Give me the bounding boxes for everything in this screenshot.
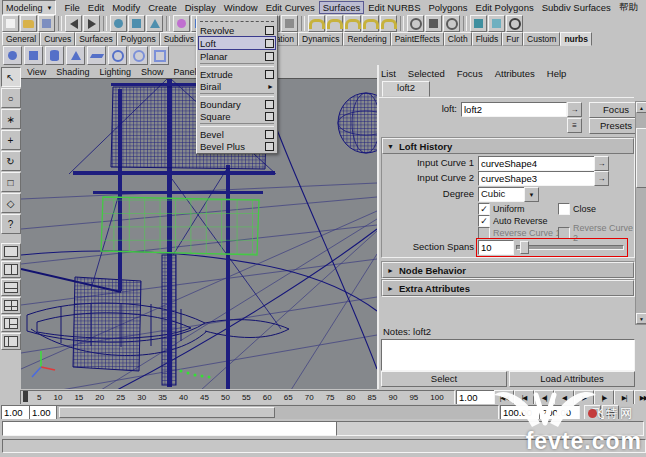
scroll-up-icon[interactable]	[636, 102, 646, 113]
menu-file[interactable]: File	[60, 2, 83, 13]
shelf-tab-curves[interactable]: Curves	[40, 32, 75, 46]
input-connections-icon[interactable]	[407, 15, 424, 32]
snap-view-icon[interactable]	[362, 15, 379, 32]
shelf-tab-cloth[interactable]: Cloth	[444, 32, 472, 46]
menu-subdiv-surfaces[interactable]: Subdiv Surfaces	[538, 2, 615, 13]
nurbs-cone-icon[interactable]	[66, 46, 85, 65]
option-box-icon[interactable]	[265, 112, 274, 121]
menu-edit-nurbs[interactable]: Edit NURBS	[364, 2, 424, 13]
input-curve-1-field[interactable]	[478, 156, 596, 171]
menu-item-revolve[interactable]: Revolve	[198, 24, 276, 36]
option-box-icon[interactable]	[265, 70, 274, 79]
scrollbar-thumb[interactable]	[636, 128, 646, 188]
select-component-icon[interactable]	[146, 15, 163, 32]
node-list-icon[interactable]	[567, 118, 582, 133]
menu-polygons[interactable]: Polygons	[425, 2, 472, 13]
show-manipulator-tool[interactable]: ?	[1, 214, 21, 234]
ipr-render-icon[interactable]	[488, 15, 505, 32]
ae-menu-focus[interactable]: Focus	[457, 68, 483, 79]
input-curve-2-field[interactable]	[478, 171, 596, 186]
select-object-icon[interactable]	[128, 15, 145, 32]
nurbs-plane-icon[interactable]	[87, 46, 106, 65]
shelf-tab-fluids[interactable]: Fluids	[472, 32, 503, 46]
snap-surface-icon[interactable]	[380, 15, 397, 32]
menu-item-extrude[interactable]: Extrude	[198, 68, 276, 80]
ae-menu-selected[interactable]: Selected	[408, 68, 445, 79]
mask-misc-icon[interactable]	[281, 15, 298, 32]
shelf-tab-subdivs[interactable]: Subdivs	[160, 32, 198, 46]
ae-menu-help[interactable]: Help	[547, 68, 567, 79]
menu-item-loft[interactable]: Loft	[198, 36, 276, 50]
menu-modify[interactable]: Modify	[108, 2, 144, 13]
layout-outliner-persp-button[interactable]	[1, 333, 21, 350]
shelf-tab-rendering[interactable]: Rendering	[343, 32, 390, 46]
option-box-icon[interactable]	[265, 142, 274, 151]
construction-history-icon[interactable]	[425, 15, 442, 32]
menu-display[interactable]: Display	[181, 2, 220, 13]
select-hierarchy-icon[interactable]	[110, 15, 127, 32]
range-slider-track[interactable]	[56, 405, 499, 420]
layout-four-button[interactable]	[1, 297, 21, 314]
menu-item-planar[interactable]: Planar	[198, 50, 276, 62]
loft-node-name-field[interactable]	[461, 102, 567, 117]
shelf-tab-painteffects[interactable]: PaintEffects	[391, 32, 444, 46]
viewport-menu-shading[interactable]: Shading	[56, 67, 89, 77]
shelf-tab-surfaces[interactable]: Surfaces	[75, 32, 117, 46]
menu-help[interactable]: 帮助	[615, 1, 642, 14]
menu-item-birail[interactable]: Birail	[198, 80, 276, 92]
nurbs-cube-icon[interactable]	[24, 46, 43, 65]
time-slider-strip[interactable]: 5101520253035404550556065707580859095100	[20, 390, 455, 405]
notes-textarea[interactable]	[381, 339, 635, 371]
option-box-icon[interactable]	[265, 39, 274, 48]
degree-dropdown-arrow-icon[interactable]	[524, 187, 539, 202]
layout-three-left-button[interactable]	[1, 315, 21, 332]
scale-tool[interactable]: □	[1, 172, 21, 192]
shelf-tab-nurbs[interactable]: nurbs	[560, 32, 592, 46]
auto-reverse-checkbox[interactable]	[478, 215, 490, 227]
move-tool[interactable]: +	[1, 130, 21, 150]
nurbs-cylinder-icon[interactable]	[45, 46, 64, 65]
menu-item-boundary[interactable]: Boundary	[198, 98, 276, 110]
menu-item-bevel[interactable]: Bevel	[198, 128, 276, 140]
mask-points-icon[interactable]	[173, 15, 190, 32]
redo-icon[interactable]	[83, 15, 100, 32]
nurbs-sphere-icon[interactable]	[3, 46, 22, 65]
layout-two-horizontal-button[interactable]	[1, 279, 21, 296]
new-scene-icon[interactable]	[2, 15, 19, 32]
undo-icon[interactable]	[65, 15, 82, 32]
option-box-icon[interactable]	[265, 100, 274, 109]
range-slider-bar[interactable]	[59, 407, 275, 418]
universal-manipulator-tool[interactable]: ◇	[1, 193, 21, 213]
snap-grid-icon[interactable]	[308, 15, 325, 32]
menu-set-selector[interactable]: Modeling	[2, 0, 56, 15]
menu-edit[interactable]: Edit	[84, 2, 108, 13]
nurbs-circle-icon[interactable]	[129, 46, 148, 65]
option-box-icon[interactable]	[265, 26, 274, 35]
open-scene-icon[interactable]	[20, 15, 37, 32]
ae-menu-list[interactable]: List	[381, 68, 396, 79]
load-selected-icon[interactable]	[567, 102, 582, 117]
render-globals-icon[interactable]	[506, 15, 523, 32]
loft-history-header[interactable]: Loft History	[382, 138, 634, 154]
uniform-checkbox[interactable]	[478, 203, 490, 215]
viewport-menu-show[interactable]: Show	[141, 67, 164, 77]
scroll-down-icon[interactable]	[636, 313, 646, 324]
select-tool[interactable]: ↖	[1, 67, 21, 87]
menu-item-square[interactable]: Square	[198, 110, 276, 122]
degree-dropdown[interactable]: Cubic	[478, 187, 528, 202]
nurbs-torus-icon[interactable]	[108, 46, 127, 65]
menu-tearoff-handle[interactable]	[200, 17, 274, 22]
lasso-select-tool[interactable]: ○	[1, 88, 21, 108]
option-box-icon[interactable]	[265, 52, 274, 61]
shelf-tab-polygons[interactable]: Polygons	[117, 32, 160, 46]
shelf-tab-custom[interactable]: Custom	[523, 32, 560, 46]
viewport-menu-view[interactable]: View	[27, 67, 46, 77]
snap-curve-icon[interactable]	[326, 15, 343, 32]
layout-single-button[interactable]	[1, 243, 21, 260]
save-scene-icon[interactable]	[38, 15, 55, 32]
menu-item-bevel-plus[interactable]: Bevel Plus	[198, 140, 276, 152]
menu-edit-curves[interactable]: Edit Curves	[262, 2, 319, 13]
output-connections-icon[interactable]	[443, 15, 460, 32]
ae-menu-attributes[interactable]: Attributes	[495, 68, 535, 79]
extra-attributes-header[interactable]: Extra Attributes	[382, 280, 634, 296]
